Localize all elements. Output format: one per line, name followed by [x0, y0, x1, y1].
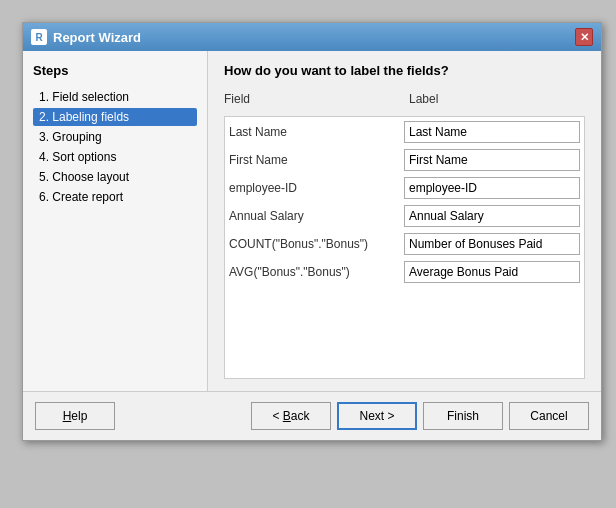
report-wizard-dialog: R Report Wizard ✕ Steps 1. Field selecti… [22, 22, 602, 441]
field-row: AVG("Bonus"."Bonus") [229, 261, 580, 283]
help-button[interactable]: Help [35, 402, 115, 430]
dialog-footer: Help < Back Next > Finish Cancel [23, 391, 601, 440]
help-label: Help [63, 409, 88, 423]
next-label: Next > [359, 409, 394, 423]
field-row: First Name [229, 149, 580, 171]
field-name-cell: First Name [229, 153, 404, 167]
sidebar-item-create-report[interactable]: 6. Create report [33, 188, 197, 206]
main-content: How do you want to label the fields? Fie… [208, 51, 601, 391]
sidebar-item-grouping[interactable]: 3. Grouping [33, 128, 197, 146]
fields-table: Last NameFirst Nameemployee-IDAnnual Sal… [225, 117, 584, 293]
field-name-cell: Last Name [229, 125, 404, 139]
title-bar-left: R Report Wizard [31, 29, 141, 45]
close-button[interactable]: ✕ [575, 28, 593, 46]
title-bar: R Report Wizard ✕ [23, 23, 601, 51]
field-name-cell: AVG("Bonus"."Bonus") [229, 265, 404, 279]
field-name-cell: employee-ID [229, 181, 404, 195]
field-row: Annual Salary [229, 205, 580, 227]
field-name-cell: COUNT("Bonus"."Bonus") [229, 237, 404, 251]
field-name-cell: Annual Salary [229, 209, 404, 223]
back-button[interactable]: < Back [251, 402, 331, 430]
fields-scroll-area[interactable]: Last NameFirst Nameemployee-IDAnnual Sal… [224, 116, 585, 379]
cancel-label: Cancel [530, 409, 567, 423]
fields-header: Field Label [224, 92, 585, 110]
field-label-input[interactable] [404, 149, 580, 171]
field-label-input[interactable] [404, 177, 580, 199]
dialog-body: Steps 1. Field selection 2. Labeling fie… [23, 51, 601, 391]
finish-button[interactable]: Finish [423, 402, 503, 430]
field-column-header: Field [224, 92, 409, 106]
field-row: COUNT("Bonus"."Bonus") [229, 233, 580, 255]
sidebar-item-sort-options[interactable]: 4. Sort options [33, 148, 197, 166]
field-label-input[interactable] [404, 121, 580, 143]
cancel-button[interactable]: Cancel [509, 402, 589, 430]
field-label-input[interactable] [404, 233, 580, 255]
field-row: employee-ID [229, 177, 580, 199]
field-label-input[interactable] [404, 205, 580, 227]
label-column-header: Label [409, 92, 585, 106]
sidebar: Steps 1. Field selection 2. Labeling fie… [23, 51, 208, 391]
field-row: Last Name [229, 121, 580, 143]
finish-label: Finish [447, 409, 479, 423]
sidebar-item-choose-layout[interactable]: 5. Choose layout [33, 168, 197, 186]
back-label: < Back [272, 409, 309, 423]
next-button[interactable]: Next > [337, 402, 417, 430]
dialog-title: Report Wizard [53, 30, 141, 45]
main-title: How do you want to label the fields? [224, 63, 585, 78]
sidebar-title: Steps [33, 63, 197, 78]
sidebar-item-field-selection[interactable]: 1. Field selection [33, 88, 197, 106]
field-label-input[interactable] [404, 261, 580, 283]
sidebar-item-labeling-fields[interactable]: 2. Labeling fields [33, 108, 197, 126]
dialog-icon: R [31, 29, 47, 45]
